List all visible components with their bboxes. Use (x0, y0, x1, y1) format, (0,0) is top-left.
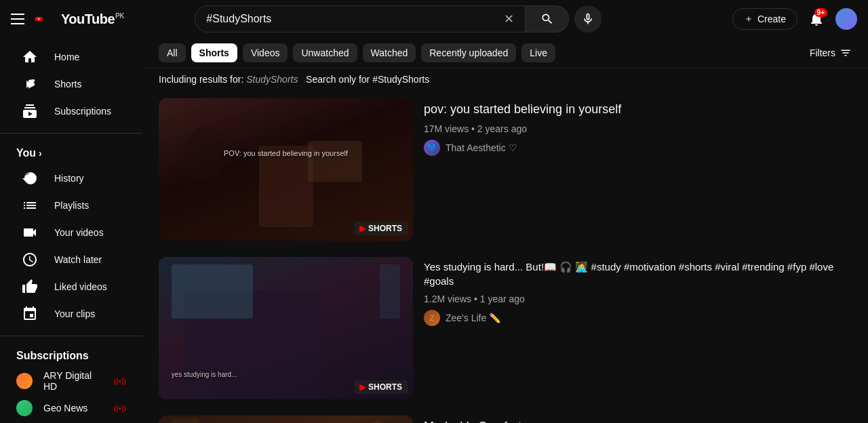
sidebar-label-your-clips: Your clips (54, 308, 95, 319)
channel-label-geo: Geo News (43, 403, 87, 414)
header: YouTubePK ✕ ＋ Create 9+ (0, 0, 868, 38)
playlists-icon (22, 197, 38, 214)
notification-badge: 9+ (814, 8, 827, 17)
sidebar-label-shorts: Shorts (54, 79, 81, 89)
sidebar-sub-ary[interactable]: ARY Digital HD ((•)) (0, 367, 142, 395)
search-icon (540, 12, 554, 26)
video-thumbnail-2: yes studying is hard... ▶ SHORTS (159, 257, 413, 399)
search-only-link[interactable]: Search only for #StudyShorts (306, 74, 429, 85)
sidebar-item-shorts[interactable]: Shorts (5, 70, 137, 98)
main-content: All Shorts Videos Unwatched Watched Rece… (142, 38, 868, 423)
create-button[interactable]: ＋ Create (732, 8, 797, 30)
video-title-1: pov: you started believing in yourself (424, 101, 852, 118)
sidebar-label-watch-later: Watch later (54, 254, 102, 265)
logo-text: YouTubePK (61, 12, 124, 27)
sidebar-label-subscriptions: Subscriptions (54, 106, 111, 117)
video-item-2[interactable]: yes studying is hard... ▶ SHORTS Yes stu… (159, 249, 852, 407)
sidebar-item-watch-later[interactable]: Watch later (5, 246, 137, 273)
your-clips-icon (22, 306, 38, 322)
sidebar-divider-1 (0, 133, 142, 134)
thumb-inner-2: yes studying is hard... (159, 257, 413, 399)
search-input[interactable] (206, 13, 504, 25)
sidebar-label-your-videos: Your videos (54, 227, 104, 238)
filter-chip-all[interactable]: All (159, 43, 186, 62)
home-icon (22, 49, 38, 65)
filters-icon (840, 47, 852, 59)
filter-bar: All Shorts Videos Unwatched Watched Rece… (142, 38, 868, 68)
filters-button[interactable]: Filters (810, 47, 852, 59)
channel-avatar-geo (16, 400, 33, 416)
video-thumbnail-3: ▶ SHORTS (159, 416, 413, 423)
live-badge-geo: ((•)) (113, 404, 126, 412)
thumb-inner-1: POV: you started believing in yourself (159, 98, 413, 241)
channel-avatar-ary (16, 373, 33, 389)
video-title-2: Yes studying is hard... But!📖 🎧 👩‍💻 #stu… (424, 260, 852, 288)
sidebar-item-playlists[interactable]: Playlists (5, 192, 137, 219)
video-meta-2: 1.2M views • 1 year ago (424, 294, 852, 304)
filter-chip-live[interactable]: Live (521, 43, 555, 62)
channel-row-2: Z Zee's Life ✏️ (424, 310, 852, 326)
sidebar-label-home: Home (54, 52, 79, 62)
filter-chip-unwatched[interactable]: Unwatched (293, 43, 357, 62)
video-info-1: pov: you started believing in yourself 1… (424, 98, 852, 241)
sidebar-item-liked-videos[interactable]: Liked videos (5, 273, 137, 300)
subscriptions-section-title: Subscriptions (0, 344, 142, 367)
video-info-3: Marks Vs Comfort #motivation#study#study… (424, 416, 852, 423)
thumb-inner-3 (159, 416, 413, 423)
video-item-3[interactable]: ▶ SHORTS Marks Vs Comfort #motivation#st… (159, 407, 852, 423)
sidebar-sub-geo[interactable]: Geo News ((•)) (0, 395, 142, 422)
chevron-right-icon: › (39, 148, 42, 159)
avatar[interactable] (835, 8, 857, 30)
search-suggestion: Including results for: StudyShorts Searc… (142, 68, 868, 90)
video-meta-1: 17M views • 2 years ago (424, 123, 852, 134)
sidebar-item-home[interactable]: Home (5, 43, 137, 70)
sidebar-label-playlists: Playlists (54, 200, 89, 211)
search-container: ✕ (195, 5, 601, 33)
shorts-badge-icon-2: ▶ (359, 382, 366, 392)
sidebar-divider-2 (0, 336, 142, 336)
logo[interactable]: YouTubePK (35, 11, 124, 27)
video-info-2: Yes studying is hard... But!📖 🎧 👩‍💻 #stu… (424, 257, 852, 399)
sidebar-item-your-clips[interactable]: Your clips (5, 300, 137, 327)
watch-later-icon (22, 251, 38, 268)
channel-name-2[interactable]: Zee's Life ✏️ (446, 313, 500, 323)
hamburger-icon[interactable] (11, 14, 24, 24)
live-badge-ary: ((•)) (113, 377, 126, 385)
video-thumbnail-1: POV: you started believing in yourself ▶… (159, 98, 413, 241)
sidebar-item-subscriptions[interactable]: Subscriptions (5, 98, 137, 125)
shorts-icon (22, 76, 38, 92)
mic-button[interactable] (574, 5, 601, 33)
channel-label-ary: ARY Digital HD (43, 370, 102, 392)
sidebar: Home Shorts Subscriptions You › History … (0, 38, 142, 423)
header-left: YouTubePK (11, 11, 124, 27)
shorts-badge-icon-1: ▶ (359, 224, 366, 233)
search-button[interactable] (526, 5, 569, 33)
your-videos-icon (22, 224, 38, 241)
history-icon (22, 170, 38, 186)
shorts-badge-2: ▶ SHORTS (354, 380, 408, 394)
search-bar: ✕ (195, 5, 526, 33)
channel-avatar-2: Z (424, 310, 440, 326)
sidebar-label-liked-videos: Liked videos (54, 281, 107, 292)
subscriptions-icon (22, 103, 38, 119)
clear-icon[interactable]: ✕ (504, 12, 514, 26)
filter-chip-watched[interactable]: Watched (363, 43, 416, 62)
filter-chip-shorts[interactable]: Shorts (191, 43, 237, 62)
shorts-badge-1: ▶ SHORTS (354, 222, 408, 235)
filter-chip-videos[interactable]: Videos (243, 43, 288, 62)
sidebar-item-your-videos[interactable]: Your videos (5, 219, 137, 246)
header-right: ＋ Create 9+ (732, 5, 857, 33)
filter-chip-recently-uploaded[interactable]: Recently uploaded (421, 43, 516, 62)
sidebar-item-history[interactable]: History (5, 165, 137, 192)
notifications-button[interactable]: 9+ (803, 5, 830, 33)
video-list: POV: you started believing in yourself ▶… (142, 90, 868, 423)
liked-videos-icon (22, 279, 38, 295)
video-title-3: Marks Vs Comfort (424, 418, 852, 423)
you-section[interactable]: You › (0, 142, 142, 165)
mic-icon (581, 12, 595, 26)
channel-row-1: 💙 That Aesthetic ♡ (424, 140, 852, 156)
channel-name-1[interactable]: That Aesthetic ♡ (446, 142, 517, 153)
suggestion-highlighted: StudyShorts (246, 74, 298, 85)
video-item-1[interactable]: POV: you started believing in yourself ▶… (159, 90, 852, 249)
sidebar-label-history: History (54, 173, 84, 184)
